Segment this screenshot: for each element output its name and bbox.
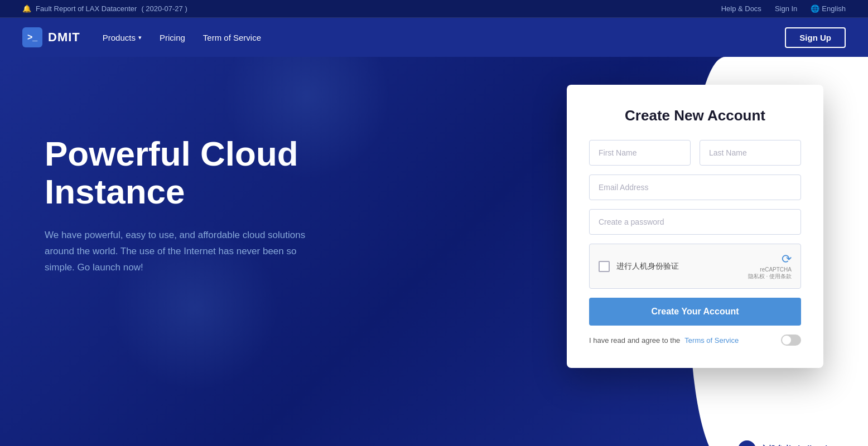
email-input[interactable] [589,174,801,200]
tos-toggle[interactable] [781,334,801,346]
announcement-right: Help & Docs Sign In 🌐 English [721,4,846,13]
watermark-logo-icon: ⚙ [738,440,756,446]
lang-label: English [822,4,846,13]
hero-left-content: Powerful Cloud Instance We have powerful… [45,90,379,276]
bottom-watermark: ⚙ 主机参考 zhujicankao.com [738,440,857,446]
nav-links: Products ▾ Pricing Term of Service [103,33,785,42]
lang-icon: 🌐 [811,4,819,13]
email-row [589,174,801,200]
hero-section: Powerful Cloud Instance We have powerful… [0,57,868,446]
logo-text: DMIT [48,30,80,45]
tos-link[interactable]: Terms of Service [684,336,739,345]
announcement-date: ( 2020-07-27 ) [141,4,187,13]
signup-card: Create New Account 进行人机身份验证 ⟳ reCAPTCHA [567,85,823,368]
captcha-text: 进行人机身份验证 [616,261,679,272]
logo-link[interactable]: >_ DMIT [22,27,80,47]
signup-form-container: Create New Account 进行人机身份验证 ⟳ reCAPTCHA [567,85,823,368]
bell-icon: 🔔 [22,4,31,13]
pricing-nav-link[interactable]: Pricing [160,33,185,42]
language-selector[interactable]: 🌐 English [811,4,846,13]
create-account-button[interactable]: Create Your Account [589,298,801,326]
name-row [589,140,801,166]
captcha-left: 进行人机身份验证 [599,261,679,272]
hero-description: We have powerful, easy to use, and affor… [45,227,312,276]
first-name-input[interactable] [589,140,691,166]
signup-button[interactable]: Sign Up [785,27,846,48]
help-docs-link[interactable]: Help & Docs [721,4,761,13]
captcha-right: ⟳ reCAPTCHA 隐私权 · 使用条款 [748,252,792,280]
products-nav-link[interactable]: Products ▾ [103,33,142,42]
announcement-text: Fault Report of LAX Datacenter [36,4,137,13]
recaptcha-icon: ⟳ [782,252,792,266]
last-name-input[interactable] [700,140,801,166]
tos-nav-link[interactable]: Term of Service [203,33,261,42]
signin-link[interactable]: Sign In [775,4,797,13]
navbar-right: Sign Up [785,27,846,48]
card-title: Create New Account [589,107,801,124]
tos-row: I have read and agree to the Terms of Se… [589,334,801,346]
announcement-bar: 🔔 Fault Report of LAX Datacenter ( 2020-… [0,0,868,18]
navbar: >_ DMIT Products ▾ Pricing Term of Servi… [0,18,868,57]
recaptcha-label: reCAPTCHA [748,266,792,273]
logo-icon: >_ [22,27,42,47]
captcha-box[interactable]: 进行人机身份验证 ⟳ reCAPTCHA 隐私权 · 使用条款 [589,244,801,289]
password-input[interactable] [589,209,801,235]
tos-text: I have read and agree to the [589,336,680,345]
announcement-message: 🔔 Fault Report of LAX Datacenter ( 2020-… [22,4,187,13]
password-row [589,209,801,235]
recaptcha-privacy: 隐私权 · 使用条款 [748,273,792,280]
chevron-down-icon: ▾ [138,34,142,41]
captcha-checkbox[interactable] [599,261,610,272]
hero-title: Powerful Cloud Instance [45,135,379,211]
